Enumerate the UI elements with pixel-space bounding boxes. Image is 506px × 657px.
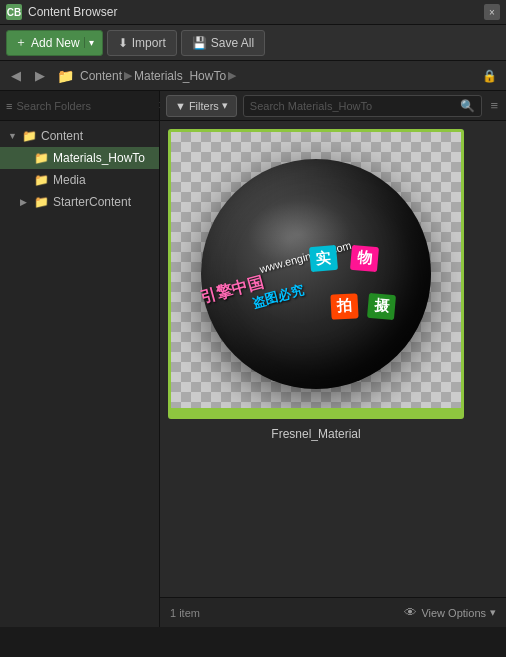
folder-icon: 📁 [22, 129, 37, 143]
view-options-button[interactable]: 👁 View Options ▾ [404, 605, 496, 620]
folder-icon: 📁 [34, 195, 49, 209]
folder-nav-button[interactable]: 📁 [54, 65, 76, 87]
thumbnail-bottom-bar [171, 408, 461, 416]
filter-bar: ▼ Filters ▾ 🔍 ≡ [160, 91, 506, 121]
nav-bar: ◀ ▶ 📁 Content ▶ Materials_HowTo ▶ 🔒 [0, 61, 506, 91]
tree-label: Content [41, 129, 83, 143]
filters-button[interactable]: ▼ Filters ▾ [166, 95, 237, 117]
tree-label: Materials_HowTo [53, 151, 145, 165]
status-bar: 1 item 👁 View Options ▾ [160, 597, 506, 627]
sphere-container [171, 132, 461, 416]
folder-icon: 📁 [34, 151, 49, 165]
save-icon: 💾 [192, 36, 207, 50]
toolbar: ＋ Add New ▾ ⬇ Import 💾 Save All [0, 25, 506, 61]
tree-label: Media [53, 173, 86, 187]
asset-grid: 引擎中国 www.enginedx.com 盗图必究 实 物 拍 摄 Fresn… [160, 121, 506, 597]
save-all-label: Save All [211, 36, 254, 50]
lock-button[interactable]: 🔒 [478, 65, 500, 87]
asset-item[interactable]: 引擎中国 www.enginedx.com 盗图必究 实 物 拍 摄 Fresn… [168, 129, 464, 444]
main-area: ≡ ✕ ▼ 📁 Content 📁 Materials_HowTo 📁 Medi… [0, 91, 506, 627]
folder-icon: 📁 [34, 173, 49, 187]
forward-button[interactable]: ▶ [30, 66, 50, 86]
breadcrumb: Content ▶ Materials_HowTo ▶ [80, 69, 474, 83]
app-icon: CB [6, 4, 22, 20]
tree-item-starter-content[interactable]: ▶ 📁 StarterContent [0, 191, 159, 213]
import-label: Import [132, 36, 166, 50]
add-new-button[interactable]: ＋ Add New ▾ [6, 30, 103, 56]
content-panel: ▼ Filters ▾ 🔍 ≡ [160, 91, 506, 627]
add-new-label: Add New [31, 36, 80, 50]
chevron-icon: ▶ [20, 197, 30, 207]
save-all-button[interactable]: 💾 Save All [181, 30, 265, 56]
tree-item-content[interactable]: ▼ 📁 Content [0, 125, 159, 147]
filters-arrow: ▾ [222, 99, 228, 112]
import-button[interactable]: ⬇ Import [107, 30, 177, 56]
material-sphere [201, 159, 431, 389]
folder-tree: ▼ 📁 Content 📁 Materials_HowTo 📁 Media ▶ … [0, 121, 159, 627]
search-input[interactable] [250, 100, 461, 112]
view-options-arrow: ▾ [490, 606, 496, 619]
add-icon: ＋ [15, 34, 27, 51]
asset-thumbnail: 引擎中国 www.enginedx.com 盗图必究 实 物 拍 摄 [168, 129, 464, 419]
title-bar: CB Content Browser × [0, 0, 506, 25]
asset-label: Fresnel_Material [168, 424, 464, 444]
breadcrumb-content[interactable]: Content [80, 69, 122, 83]
import-icon: ⬇ [118, 36, 128, 50]
breadcrumb-materials-howto[interactable]: Materials_HowTo [134, 69, 226, 83]
search-icon[interactable]: 🔍 [460, 99, 475, 113]
eye-icon: 👁 [404, 605, 417, 620]
folder-search-icon: ≡ [6, 100, 12, 112]
search-folders-bar: ≡ ✕ [0, 91, 159, 121]
tree-item-materials-howto[interactable]: 📁 Materials_HowTo [0, 147, 159, 169]
chevron-icon: ▼ [8, 131, 18, 141]
item-count: 1 item [170, 607, 200, 619]
search-folders-input[interactable] [16, 100, 154, 112]
filters-label: Filters [189, 100, 219, 112]
tree-item-media[interactable]: 📁 Media [0, 169, 159, 191]
filter-icon: ▼ [175, 100, 186, 112]
sidebar: ≡ ✕ ▼ 📁 Content 📁 Materials_HowTo 📁 Medi… [0, 91, 160, 627]
back-button[interactable]: ◀ [6, 66, 26, 86]
window-title: Content Browser [28, 5, 484, 19]
search-box: 🔍 [243, 95, 483, 117]
close-button[interactable]: × [484, 4, 500, 20]
add-new-arrow[interactable]: ▾ [84, 37, 94, 48]
settings-button[interactable]: ≡ [488, 96, 500, 115]
tree-label: StarterContent [53, 195, 131, 209]
view-options-label: View Options [421, 607, 486, 619]
